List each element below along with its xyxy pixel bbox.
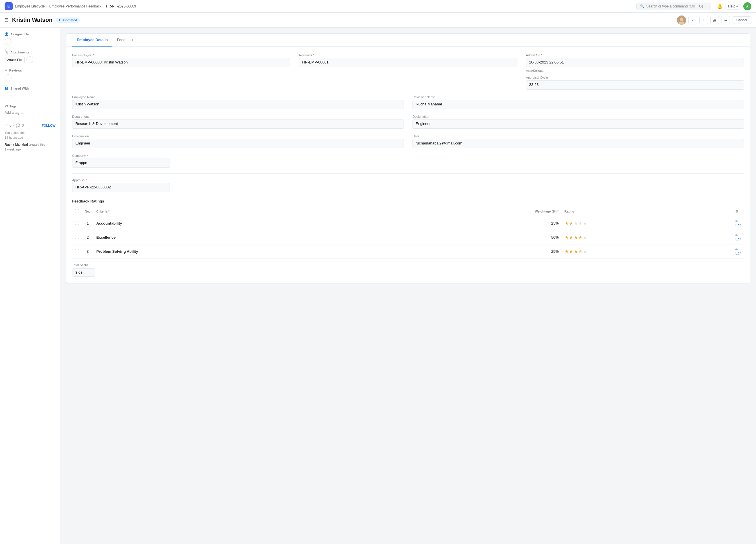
sidebar-footer: ♡ 0 · 💬 0 FOLLOW You edited this 14 hour… (5, 120, 55, 152)
row-checkbox-3[interactable] (75, 249, 79, 253)
attachments-section: 📎 Attachments Attach File + (5, 50, 55, 63)
star-filled-2-3: ★ (574, 235, 578, 240)
search-placeholder: Search or type a command (Ctrl + G) (646, 4, 703, 8)
page-header: ☰ Kristin Watson Submitted ‹ › 🖨 ··· Can… (0, 13, 756, 28)
settings-icon[interactable]: ⚙ (732, 207, 744, 216)
main-content: Employee Details Feedback For Employee *… (60, 28, 756, 544)
assigned-to-section: 👤 Assigned To + (5, 32, 55, 45)
company-value[interactable]: Frappe (72, 159, 170, 168)
add-shared-with-button[interactable]: + (5, 93, 11, 99)
user-value[interactable]: ruchamahabal2@gmail.com (412, 139, 744, 148)
like-row: ♡ 0 · 💬 0 FOLLOW (5, 124, 55, 128)
like-icon[interactable]: ♡ (5, 124, 8, 128)
status-label: Submitted (62, 18, 77, 22)
add-attachment-button[interactable]: + (26, 56, 33, 63)
add-tag-link[interactable]: Add a tag ... (5, 111, 23, 115)
reviewer-value[interactable]: HR-EMP-00001 (299, 58, 517, 67)
prev-button[interactable]: ‹ (688, 16, 697, 24)
designation-value-col2[interactable]: Engineer (412, 120, 744, 129)
star-empty-1-3: ★ (574, 221, 578, 226)
attach-file-button[interactable]: Attach File (5, 57, 25, 63)
table-row: 1Accountability25%★★★★★✏ Edit (72, 216, 744, 230)
row-weightage-1: 25% (382, 216, 562, 230)
row-checkbox-1[interactable] (75, 221, 79, 225)
appraisal-value[interactable]: HR-APR-22-0800002 (72, 183, 170, 192)
row-no-2: 2 (82, 230, 93, 245)
add-review-button[interactable]: + (5, 74, 11, 81)
department-value[interactable]: Research & Development (72, 120, 404, 129)
tab-feedback[interactable]: Feedback (112, 34, 138, 47)
appraisal-cycle-value[interactable]: 22-23 (526, 80, 744, 90)
user-icon: 👤 (5, 32, 9, 36)
appraisal-label: Appraisal * (72, 178, 170, 182)
dot-separator: · (13, 124, 14, 128)
activity-name-2: Rucha Mahabal (5, 143, 28, 146)
company-label: Company * (72, 154, 170, 157)
activity-item-1: You edited this 14 hours ago (5, 130, 55, 140)
user-group: User ruchamahabal2@gmail.com (412, 135, 744, 148)
tags-title: 🏷 Tags (5, 105, 55, 108)
breadcrumb-item-2[interactable]: Employee Performance Feedback (49, 4, 101, 8)
star-empty-3-5: ★ (583, 249, 587, 254)
star-half-3-4: ★ (578, 249, 582, 254)
reviewer-name-group: Reviewer Name Rucha Mahabal (412, 95, 744, 109)
search-bar[interactable]: 🔍 Search or type a command (Ctrl + G) (636, 3, 711, 10)
added-on-label: Added On * (526, 53, 744, 57)
star-filled-1-1: ★ (565, 221, 569, 226)
help-button[interactable]: Help ▾ (726, 3, 740, 10)
appraisal-group: Appraisal * HR-APR-22-0800002 (72, 178, 170, 192)
add-assigned-to-button[interactable]: + (5, 38, 11, 45)
timezone-value: Asia/Kolkata (526, 68, 744, 72)
star-filled-3-3: ★ (574, 249, 578, 254)
edit-link-1[interactable]: ✏ Edit (735, 219, 741, 227)
app-icon[interactable]: E (5, 2, 13, 10)
row-criteria-3: Problem Solving Ability (93, 245, 382, 259)
activity-time-2: 1 week ago (5, 148, 21, 151)
edit-link-3[interactable]: ✏ Edit (735, 247, 741, 255)
select-all-checkbox[interactable] (75, 209, 79, 213)
reviewer-group: Reviewer * HR-EMP-00001 (299, 53, 517, 90)
form-row-3: Department Research & Development Design… (72, 115, 744, 129)
row-rating-2: ★★★★★ (562, 230, 733, 245)
designation-group-row2: Designation Engineer (72, 135, 404, 148)
print-icon[interactable]: 🖨 (710, 16, 719, 24)
edit-link-2[interactable]: ✏ Edit (735, 233, 741, 241)
row-edit-1[interactable]: ✏ Edit (732, 216, 744, 230)
search-icon: 🔍 (640, 4, 644, 8)
for-employee-value[interactable]: HR-EMP-00008: Kristin Watson (72, 58, 290, 67)
department-label: Department (72, 115, 404, 118)
form-card: Employee Details Feedback For Employee *… (66, 33, 750, 284)
designation-group-col2: Designation Engineer (412, 115, 744, 129)
form-row-2: Employee Name Kristin Watson Reviewer Na… (72, 95, 744, 109)
star-empty-1-4: ★ (578, 221, 582, 226)
activity-action-1: You edited this (5, 131, 25, 135)
comment-icon[interactable]: 💬 (16, 124, 20, 128)
feedback-ratings-title: Feedback Ratings (72, 199, 744, 203)
reviewer-name-value[interactable]: Rucha Mahabal (412, 100, 744, 109)
tab-employee-details[interactable]: Employee Details (72, 34, 112, 47)
follow-button[interactable]: FOLLOW (42, 124, 55, 127)
notification-bell-icon[interactable]: 🔔 (717, 3, 723, 9)
designation-label-row2: Designation (72, 135, 404, 138)
next-button[interactable]: › (699, 16, 708, 24)
cancel-button[interactable]: Cancel (732, 16, 751, 24)
sidebar-toggle-icon[interactable]: ☰ (5, 17, 9, 23)
row-criteria-1: Accountability (93, 216, 382, 230)
paperclip-icon: 📎 (5, 50, 9, 54)
row-criteria-2: Excellence (93, 230, 382, 245)
row-weightage-3: 25% (382, 245, 562, 259)
designation-value-row2[interactable]: Engineer (72, 139, 404, 148)
breadcrumb-item-1[interactable]: Employee Lifecycle (15, 4, 45, 8)
row-rating-3: ★★★★★ (562, 245, 733, 259)
more-options-icon[interactable]: ··· (721, 16, 730, 24)
sidebar: 👤 Assigned To + 📎 Attachments Attach Fil… (0, 28, 60, 544)
employee-name-value[interactable]: Kristin Watson (72, 100, 404, 109)
row-edit-3[interactable]: ✏ Edit (732, 245, 744, 259)
row-edit-2[interactable]: ✏ Edit (732, 230, 744, 245)
company-group: Company * Frappe (72, 154, 170, 168)
row-checkbox-2[interactable] (75, 235, 79, 239)
user-avatar[interactable]: A (743, 2, 751, 10)
activity-item-2: Rucha Mahabal created this 1 week ago (5, 142, 55, 152)
added-on-value[interactable]: 20-03-2023 22:06:51 (526, 58, 744, 67)
appraisal-cycle-label: Appraisal Cycle (526, 76, 744, 79)
